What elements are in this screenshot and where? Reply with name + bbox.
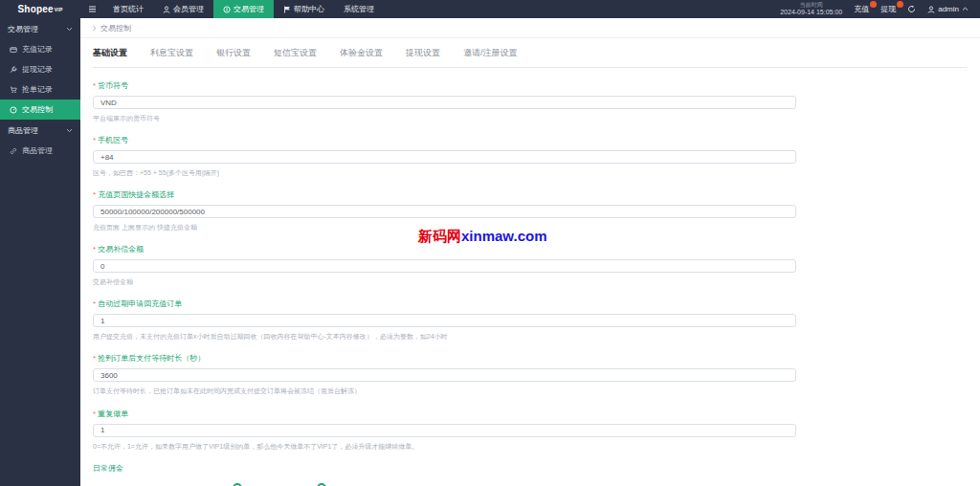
currency-symbol-label: 货币符号 [98,81,128,90]
main-content: 交易控制 基础设置 利息宝设置 银行设置 短信宝设置 体验金设置 提现设置 邀请… [80,18,980,486]
breadcrumb-label: 交易控制 [100,23,131,33]
basic-settings-form: *货币符号 平台端展示的货币符号 *手机区号 区号，如巴西：+55 + 55(多… [80,68,796,486]
daily-commission-label: 日常佣金 [93,464,123,473]
members-label: 会员管理 [173,4,204,14]
required-asterisk: * [93,245,96,254]
breadcrumb: 交易控制 [80,18,980,38]
form-field-repeat-order: *重复做单 0=不允许，1=允许，如果数字用户做了VIP1级别的单，那么他今天做… [93,409,796,451]
quick-amounts-label: 充值页面快捷金额选择 [98,190,174,199]
field-label: *交易补偿金额 [93,244,796,254]
app-window: ShopeeVIP 首页统计 会员管理 交易管理 [0,0,980,486]
chevron-down-icon [66,27,73,32]
tab-bank-settings[interactable]: 银行设置 [216,47,251,59]
field-label: *抢到订单后支付等待时长（秒） [93,353,796,364]
logo-text: Shopee [18,4,54,14]
link-icon [10,147,17,155]
sidebar-group-transactions[interactable]: 交易管理 [0,18,80,39]
tab-basic-settings[interactable]: 基础设置 [93,47,127,59]
time-value: 2024-09-14 15:05:00 [780,9,842,16]
sidebar-item-withdraw-records[interactable]: 提现记录 [0,59,80,79]
top-menu-members[interactable]: 会员管理 [153,0,213,18]
topbar-right: 当前时间 2024-09-14 15:05:00 充值 提现 admin [780,0,980,18]
refresh-button[interactable] [907,5,916,13]
top-menu-help-center[interactable]: 帮助中心 [274,0,334,18]
home-stats-label: 首页统计 [113,4,144,14]
required-asterisk: * [93,299,96,308]
sidebar: 交易管理 充值记录 提现记录 抢单记录 交 [0,18,80,486]
withdraw-records-label: 提现记录 [22,64,53,75]
quick-amounts-input[interactable] [93,205,796,218]
top-menu-home-stats[interactable]: 首页统计 [103,0,153,18]
transactions-label: 交易管理 [234,4,264,14]
admin-avatar-icon [927,6,935,13]
refresh-icon [907,5,916,13]
recharge-label: 充值 [854,5,869,13]
compensation-amount-input[interactable] [93,259,796,273]
top-menu-transactions[interactable]: 交易管理 [213,0,274,18]
field-label: *充值页面快捷金额选择 [93,189,796,200]
coin-icon [223,6,231,13]
sidebar-group1-label: 交易管理 [8,24,38,34]
order-grab-records-label: 抢单记录 [22,84,53,95]
wrench-icon [10,66,17,74]
form-field-currency-symbol: *货币符号 平台端展示的货币符号 [93,80,796,122]
gauge-icon [10,106,17,114]
withdraw-label: 提现 [880,5,896,13]
required-asterisk: * [93,81,96,90]
time-label: 当前时间 [780,2,842,9]
field-label: *自动过期申请回充值订单 [93,298,796,309]
phone-area-code-input[interactable] [93,150,796,164]
currency-symbol-help: 平台端展示的货币符号 [93,114,796,122]
trade-control-label: 交易控制 [22,104,53,115]
sidebar-item-product-management[interactable]: 商品管理 [0,141,80,161]
form-field-order-expire: *自动过期申请回充值订单 用户提交充值，未支付的充值订单x小时后自动过期回收（回… [93,298,796,341]
tab-sms-settings[interactable]: 短信宝设置 [274,47,317,59]
required-asterisk: * [93,136,96,144]
withdraw-badge [897,1,903,8]
cart-icon [10,86,17,94]
field-label: *重复做单 [93,409,796,419]
pay-wait-time-label: 抢到订单后支付等待时长（秒） [98,354,205,363]
help-center-label: 帮助中心 [294,4,324,14]
withdraw-notice-button[interactable]: 提现 [880,4,896,14]
repeat-order-help: 0=不允许，1=允许，如果数字用户做了VIP1级别的单，那么他今天做单不了VIP… [93,442,796,451]
field-label: 日常佣金 [93,463,796,474]
sidebar-collapse-button[interactable] [80,0,103,18]
slider-handle-max[interactable] [317,483,326,486]
compensation-amount-label: 交易补偿金额 [98,245,144,254]
tab-trial-fund-settings[interactable]: 体验金设置 [340,47,383,59]
sidebar-item-recharge-records[interactable]: 充值记录 [0,39,80,59]
username: admin [938,5,959,13]
product-management-label: 商品管理 [22,145,53,156]
pay-wait-time-input[interactable] [93,368,796,382]
commission-range-slider[interactable] [93,483,796,486]
recharge-records-label: 充值记录 [22,44,53,55]
phone-area-code-label: 手机区号 [98,136,128,144]
repeat-order-label: 重复做单 [98,409,128,418]
sidebar-item-trade-control[interactable]: 交易控制 [0,99,80,120]
user-icon [163,6,170,13]
required-asterisk: * [93,190,96,199]
field-label: *手机区号 [93,135,796,145]
order-expire-input[interactable] [93,314,796,327]
chevron-up-icon [962,7,969,11]
current-time: 当前时间 2024-09-14 15:05:00 [780,2,842,17]
tab-interest-settings[interactable]: 利息宝设置 [150,47,193,59]
tab-withdraw-settings[interactable]: 提现设置 [406,47,440,59]
currency-symbol-input[interactable] [93,96,796,109]
slider-handle-min[interactable] [233,483,242,486]
sidebar-group-products[interactable]: 商品管理 [0,120,80,141]
logo-sup: VIP [55,7,63,12]
form-field-phone-area-code: *手机区号 区号，如巴西：+55 + 55(多个区号用|隔开) [93,135,796,177]
sidebar-item-order-grab-records[interactable]: 抢单记录 [0,79,80,99]
tab-invite-register-settings[interactable]: 邀请/注册设置 [463,47,518,59]
repeat-order-input[interactable] [93,424,796,437]
recharge-notice-button[interactable]: 充值 [854,4,869,14]
settings-tabs: 基础设置 利息宝设置 银行设置 短信宝设置 体验金设置 提现设置 邀请/注册设置 [93,47,967,68]
order-expire-label: 自动过期申请回充值订单 [98,299,182,308]
top-menu-system[interactable]: 系统管理 [334,0,384,18]
logo: ShopeeVIP [0,0,80,18]
card-icon [10,46,17,54]
flag-icon [283,6,291,13]
user-menu[interactable]: admin [927,5,969,13]
